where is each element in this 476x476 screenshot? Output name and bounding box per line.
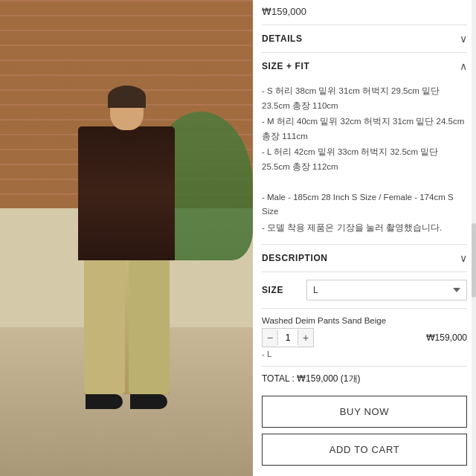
model-hair xyxy=(108,86,146,108)
model-pant-right xyxy=(129,260,170,394)
quantity-controls: − 1 + xyxy=(262,328,314,347)
quantity-increase-button[interactable]: + xyxy=(298,329,313,347)
model-size-note: - 모델 착용 제품은 기장을 눌러 촬영했습니다. xyxy=(262,221,467,236)
model-pant-left xyxy=(84,260,125,394)
item-price: ₩159,000 xyxy=(426,332,467,343)
selected-size-tag: - L xyxy=(262,350,467,358)
model-shoe-right xyxy=(130,394,167,409)
model-shoes xyxy=(67,394,186,409)
size-fit-label: SIZE + FIT xyxy=(262,61,309,71)
buy-now-button[interactable]: BUY NOW xyxy=(262,396,467,428)
size-select[interactable]: S M L xyxy=(306,280,467,300)
price-top: ₩159,000 xyxy=(262,0,467,25)
add-to-cart-button[interactable]: ADD TO CART xyxy=(262,434,467,466)
product-details-panel: ₩159,000 DETAILS ∨ SIZE + FIT ∧ - S 허리 3… xyxy=(253,0,476,476)
size-field-label: SIZE xyxy=(262,285,306,295)
product-info-box: Washed Deim Pants Sand Beige − 1 + ₩159,… xyxy=(262,308,467,366)
size-l-info: - L 허리 42cm 밑위 33cm 허벅지 32.5cm 밑단 25.5cm… xyxy=(262,145,467,174)
description-section-header[interactable]: DESCRIPTION ∨ xyxy=(262,244,467,271)
description-chevron: ∨ xyxy=(460,252,467,264)
product-name: Washed Deim Pants Sand Beige xyxy=(262,316,467,325)
details-label: DETAILS xyxy=(262,33,303,44)
quantity-value: 1 xyxy=(277,330,298,345)
total-row: TOTAL : ₩159,000 (1개) xyxy=(262,366,467,391)
size-selector-row: SIZE S M L xyxy=(262,271,467,308)
quantity-price-row: − 1 + ₩159,000 xyxy=(262,328,467,347)
details-section-header[interactable]: DETAILS ∨ xyxy=(262,25,467,52)
details-chevron: ∨ xyxy=(460,33,467,45)
model-size-male: - Male - 185cm 28 Inch S Size / Female -… xyxy=(262,190,467,219)
model-figure xyxy=(67,89,186,431)
quantity-decrease-button[interactable]: − xyxy=(263,329,277,347)
action-buttons: BUY NOW ADD TO CART xyxy=(262,391,467,470)
model-head xyxy=(110,89,144,130)
product-image-panel xyxy=(0,0,253,476)
size-m-info: - M 허리 40cm 밑위 32cm 허벅지 31cm 밑단 24.5cm 총… xyxy=(262,115,467,144)
size-s-info: - S 허리 38cm 밑위 31cm 허벅지 29.5cm 밑단 23.5cm… xyxy=(262,84,467,113)
model-pants xyxy=(84,260,170,394)
scrollbar-track[interactable] xyxy=(472,0,476,476)
size-fit-chevron: ∧ xyxy=(460,60,467,72)
size-fit-content: - S 허리 38cm 밑위 31cm 허벅지 29.5cm 밑단 23.5cm… xyxy=(262,80,467,244)
size-fit-section-header[interactable]: SIZE + FIT ∧ xyxy=(262,52,467,80)
model-jacket xyxy=(78,126,175,260)
scrollbar-thumb[interactable] xyxy=(472,223,476,298)
description-label: DESCRIPTION xyxy=(262,253,328,263)
model-shoe-left xyxy=(86,394,123,409)
